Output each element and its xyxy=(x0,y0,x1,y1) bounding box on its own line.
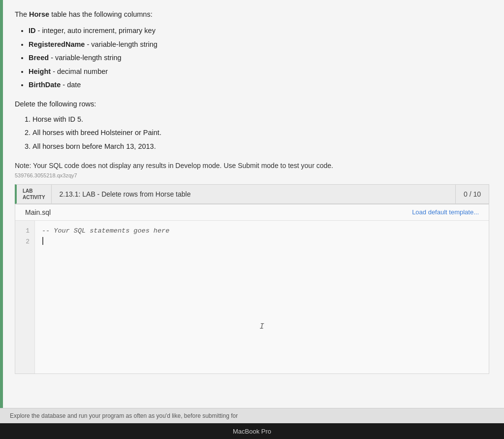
i-beam-cursor: I xyxy=(259,320,264,334)
table-name-bold: Horse xyxy=(29,10,49,18)
list-item: Horse with ID 5. xyxy=(32,113,489,127)
content-area: The Horse table has the following column… xyxy=(0,0,504,379)
lab-word: LAB xyxy=(23,188,45,194)
line-number-2: 2 xyxy=(20,236,30,247)
code-area[interactable]: 1 2 -- Your SQL statements goes here I xyxy=(15,221,489,373)
editor-header: Main.sql Load default template... xyxy=(15,204,489,221)
list-item: Height - decimal number xyxy=(29,65,489,79)
intro-rest: table has the following columns: xyxy=(51,10,153,18)
delete-list: Horse with ID 5. All horses with breed H… xyxy=(32,113,489,154)
lab-title: 2.13.1: LAB - Delete rows from Horse tab… xyxy=(52,185,455,203)
list-item: ID - integer, auto increment, primary ke… xyxy=(29,24,489,38)
bottom-hint: Explore the database and run your progra… xyxy=(0,408,504,423)
lab-activity-bar: LAB ACTIVITY 2.13.1: LAB - Delete rows f… xyxy=(15,184,489,204)
list-item: All horses with breed Holsteiner or Pain… xyxy=(32,126,489,140)
intro-paragraph: The Horse table has the following column… xyxy=(15,9,489,20)
lab-score: 0 / 10 xyxy=(455,185,489,203)
line-number-1: 1 xyxy=(20,226,30,236)
load-template-link[interactable]: Load default template... xyxy=(412,208,479,216)
code-content[interactable]: -- Your SQL statements goes here I xyxy=(35,221,489,373)
list-item: Breed - variable-length string xyxy=(29,51,489,65)
taskbar: MacBook Pro xyxy=(0,423,504,439)
activity-word: ACTIVITY xyxy=(23,194,45,201)
activity-id: 539766.3055218.qx3zqy7 xyxy=(15,172,489,178)
code-line-1: -- Your SQL statements goes here xyxy=(42,226,482,237)
cursor-line xyxy=(42,237,482,245)
line-numbers: 1 2 xyxy=(15,221,35,373)
note-text: Note: Your SQL code does not display any… xyxy=(15,162,489,169)
editor-panel: Main.sql Load default template... 1 2 --… xyxy=(15,204,489,374)
delete-intro: Delete the following rows: xyxy=(15,100,489,108)
list-item: All horses born before March 13, 2013. xyxy=(32,140,489,154)
list-item: BirthDate - date xyxy=(29,78,489,92)
editor-filename: Main.sql xyxy=(25,208,51,216)
taskbar-label: MacBook Pro xyxy=(233,428,271,435)
columns-list: ID - integer, auto increment, primary ke… xyxy=(29,24,489,92)
text-cursor xyxy=(42,237,43,245)
page-wrapper: The Horse table has the following column… xyxy=(0,0,504,439)
lab-label: LAB ACTIVITY xyxy=(17,185,52,203)
list-item: RegisteredName - variable-length string xyxy=(29,38,489,52)
